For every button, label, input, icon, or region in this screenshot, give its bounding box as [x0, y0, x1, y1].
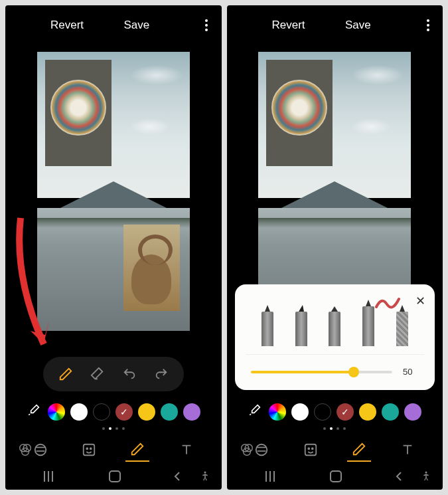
svg-rect-21	[273, 471, 275, 482]
save-button[interactable]: Save	[345, 19, 371, 32]
more-icon[interactable]	[205, 19, 208, 31]
pen-fountain[interactable]	[293, 305, 309, 346]
svg-point-6	[90, 448, 92, 449]
tab-draw[interactable]	[347, 438, 371, 462]
svg-rect-8	[48, 471, 49, 482]
color-purple[interactable]	[183, 403, 200, 421]
color-picker-rainbow[interactable]	[269, 403, 286, 421]
color-palette	[5, 403, 222, 421]
nav-back[interactable]	[394, 471, 404, 482]
rgb-circles-icon[interactable]	[13, 438, 37, 462]
svg-rect-9	[52, 471, 53, 482]
phone-screen-left: Revert Save	[5, 5, 222, 490]
editor-tabs	[227, 438, 443, 462]
color-teal[interactable]	[382, 403, 399, 421]
color-black[interactable]	[314, 403, 331, 421]
nav-recents[interactable]	[44, 471, 57, 482]
color-palette	[227, 403, 443, 421]
editor-tabs	[5, 438, 222, 462]
stroke-preview	[375, 295, 402, 314]
svg-rect-16	[305, 445, 316, 456]
save-button[interactable]: Save	[123, 19, 149, 32]
svg-rect-4	[84, 445, 95, 456]
tab-stickers[interactable]	[77, 438, 101, 462]
color-black[interactable]	[93, 403, 110, 421]
color-picker-rainbow[interactable]	[48, 403, 65, 421]
eraser-tool-button[interactable]	[88, 365, 107, 383]
svg-rect-10	[110, 471, 120, 482]
nav-home[interactable]	[329, 470, 342, 483]
pen-tool-button[interactable]	[56, 365, 75, 383]
system-navbar	[5, 463, 222, 490]
color-red[interactable]	[115, 403, 133, 421]
revert-button[interactable]: Revert	[50, 19, 84, 32]
color-yellow[interactable]	[359, 403, 376, 421]
redo-button[interactable]	[152, 365, 171, 383]
nav-recents[interactable]	[265, 471, 279, 482]
svg-rect-7	[44, 471, 45, 482]
svg-rect-20	[269, 471, 271, 482]
nav-accessibility[interactable]	[199, 470, 211, 482]
drawing-toolbar	[43, 357, 184, 391]
svg-point-23	[425, 472, 427, 474]
slider-thumb[interactable]	[348, 367, 359, 377]
color-white[interactable]	[70, 403, 88, 421]
svg-point-11	[204, 472, 206, 474]
rgb-circles-icon[interactable]	[235, 438, 259, 462]
color-white[interactable]	[291, 403, 309, 421]
system-navbar	[227, 463, 443, 490]
phone-screen-right: Revert Save ✕ 50	[227, 5, 443, 490]
svg-point-5	[86, 448, 88, 449]
page-indicator	[323, 427, 346, 430]
tab-text[interactable]	[396, 438, 419, 462]
annotation-arrow	[11, 211, 64, 360]
color-teal[interactable]	[161, 403, 178, 421]
sticker-basket[interactable]	[123, 225, 180, 311]
pen-picker-popup: ✕ 50	[235, 284, 435, 390]
size-value: 50	[403, 367, 419, 377]
sticker-plate[interactable]	[45, 60, 112, 166]
header: Revert Save	[227, 5, 443, 45]
undo-button[interactable]	[120, 365, 139, 383]
tab-draw[interactable]	[125, 438, 149, 462]
page-indicator	[102, 427, 125, 430]
header: Revert Save	[5, 5, 222, 45]
tab-text[interactable]	[175, 438, 198, 462]
color-purple[interactable]	[404, 403, 421, 421]
pen-brush[interactable]	[360, 300, 376, 346]
svg-point-17	[308, 448, 309, 449]
pen-pencil[interactable]	[260, 305, 275, 346]
color-yellow[interactable]	[138, 403, 155, 421]
sticker-plate[interactable]	[266, 60, 333, 166]
svg-rect-19	[265, 471, 267, 482]
nav-accessibility[interactable]	[420, 470, 432, 482]
svg-point-18	[311, 448, 313, 449]
nav-back[interactable]	[172, 471, 183, 482]
photo-canvas[interactable]	[227, 45, 443, 490]
revert-button[interactable]: Revert	[272, 19, 305, 32]
close-icon[interactable]: ✕	[415, 294, 425, 308]
tab-stickers[interactable]	[299, 438, 323, 462]
color-red[interactable]	[336, 403, 354, 421]
eyedropper-icon[interactable]	[27, 404, 40, 420]
svg-rect-22	[331, 471, 341, 482]
eyedropper-icon[interactable]	[248, 404, 261, 420]
more-icon[interactable]	[427, 19, 429, 31]
pen-marker[interactable]	[327, 306, 342, 346]
nav-home[interactable]	[108, 470, 121, 483]
size-slider[interactable]	[251, 371, 393, 373]
